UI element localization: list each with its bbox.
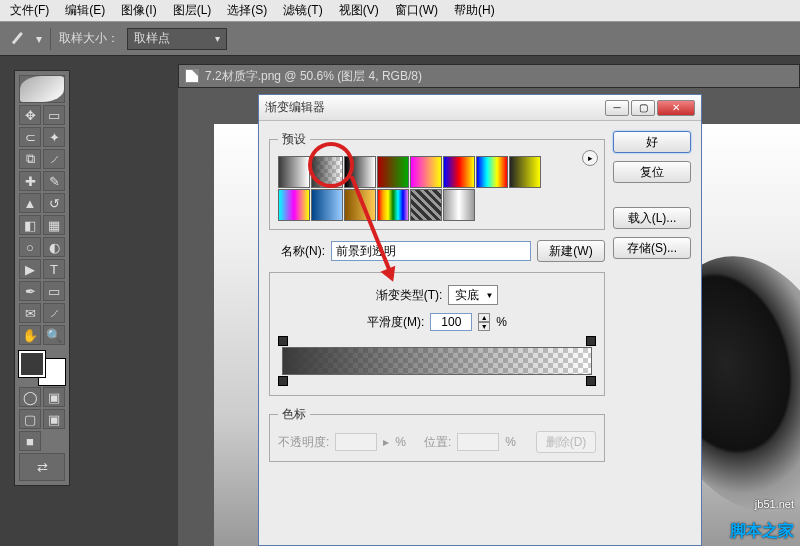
save-button[interactable]: 存储(S)... <box>613 237 691 259</box>
preset-swatch[interactable] <box>410 189 442 221</box>
type-label: 渐变类型(T): <box>376 287 443 304</box>
stamp-tool[interactable]: ▲ <box>19 193 41 213</box>
marquee-tool[interactable]: ▭ <box>43 105 65 125</box>
preset-swatch[interactable] <box>443 156 475 188</box>
shape-tool[interactable]: ▭ <box>43 281 65 301</box>
preset-swatch[interactable] <box>344 156 376 188</box>
name-input[interactable]: 前景到透明 <box>331 241 531 261</box>
preset-swatch[interactable] <box>344 189 376 221</box>
stops-group: 色标 不透明度: ▸ % 位置: % 删除(D) <box>269 406 605 462</box>
path-select-tool[interactable]: ▶ <box>19 259 41 279</box>
preset-swatch[interactable] <box>443 189 475 221</box>
menu-window[interactable]: 窗口(W) <box>387 0 446 21</box>
quickmask-toggle[interactable]: ◯ <box>19 387 41 407</box>
preset-swatch[interactable] <box>509 156 541 188</box>
maximize-button[interactable]: ▢ <box>631 100 655 116</box>
watermark-url: jb51.net <box>755 498 794 510</box>
smooth-input[interactable]: 100 <box>430 313 472 331</box>
preset-swatch[interactable] <box>377 189 409 221</box>
options-bar: ▾ 取样大小： 取样点 <box>0 22 800 56</box>
smooth-label: 平滑度(M): <box>367 314 424 331</box>
color-swatch[interactable] <box>19 351 65 385</box>
toolbox: ✥ ▭ ⊂ ✦ ⧉ ⟋ ✚ ✎ ▲ ↺ ◧ ▦ ○ ◐ ▶ T ✒ ▭ ✉ ⟋ … <box>14 70 70 486</box>
reset-button[interactable]: 复位 <box>613 161 691 183</box>
gradient-bar[interactable] <box>282 347 592 375</box>
menu-bar: 文件(F) 编辑(E) 图像(I) 图层(L) 选择(S) 滤镜(T) 视图(V… <box>0 0 800 22</box>
screenmode-toggle[interactable]: ▣ <box>43 387 65 407</box>
menu-edit[interactable]: 编辑(E) <box>57 0 113 21</box>
gradient-editor-dialog: 渐变编辑器 ─ ▢ ✕ 预设 ▸ <box>258 94 702 546</box>
notes-tool[interactable]: ✉ <box>19 303 41 323</box>
hand-tool[interactable]: ✋ <box>19 325 41 345</box>
ok-button[interactable]: 好 <box>613 131 691 153</box>
eraser-tool[interactable]: ◧ <box>19 215 41 235</box>
preset-swatch[interactable] <box>476 156 508 188</box>
preset-swatch[interactable] <box>410 156 442 188</box>
move-tool[interactable]: ✥ <box>19 105 41 125</box>
preset-swatch[interactable] <box>311 189 343 221</box>
document-title: 7.2材质字.png @ 50.6% (图层 4, RGB/8) <box>205 68 422 85</box>
minimize-button[interactable]: ─ <box>605 100 629 116</box>
eyedropper-icon[interactable] <box>8 29 28 49</box>
blur-tool[interactable]: ○ <box>19 237 41 257</box>
percent-label: % <box>496 315 507 329</box>
close-button[interactable]: ✕ <box>657 100 695 116</box>
dodge-tool[interactable]: ◐ <box>43 237 65 257</box>
load-button[interactable]: 载入(L)... <box>613 207 691 229</box>
eyedropper-tool[interactable]: ⟋ <box>43 303 65 323</box>
feather-logo <box>19 75 65 103</box>
lasso-tool[interactable]: ⊂ <box>19 127 41 147</box>
zoom-tool[interactable]: 🔍 <box>43 325 65 345</box>
presets-group: 预设 ▸ <box>269 131 605 230</box>
menu-file[interactable]: 文件(F) <box>2 0 57 21</box>
slice-tool[interactable]: ⟋ <box>43 149 65 169</box>
pen-tool[interactable]: ✒ <box>19 281 41 301</box>
preset-swatch[interactable] <box>278 189 310 221</box>
jump-to-imageready[interactable]: ⇄ <box>19 453 65 481</box>
presets-menu-button[interactable]: ▸ <box>582 150 598 166</box>
preset-swatch[interactable] <box>377 156 409 188</box>
menu-filter[interactable]: 滤镜(T) <box>275 0 330 21</box>
menu-help[interactable]: 帮助(H) <box>446 0 503 21</box>
stops-legend: 色标 <box>278 406 310 423</box>
opacity-input <box>335 433 377 451</box>
delete-button: 删除(D) <box>536 431 596 453</box>
sample-size-combo[interactable]: 取样点 <box>127 28 227 50</box>
menu-view[interactable]: 视图(V) <box>331 0 387 21</box>
opacity-stop-right[interactable] <box>586 336 596 346</box>
screen-std[interactable]: ▢ <box>19 409 41 429</box>
preset-swatch[interactable] <box>278 156 310 188</box>
preset-swatch[interactable] <box>311 156 343 188</box>
watermark-text: 脚本之家 <box>730 521 794 542</box>
type-select[interactable]: 实底 <box>448 285 498 305</box>
smooth-stepper[interactable]: ▲▼ <box>478 313 490 331</box>
heal-tool[interactable]: ✚ <box>19 171 41 191</box>
menu-layer[interactable]: 图层(L) <box>165 0 220 21</box>
presets-legend: 预设 <box>278 131 310 148</box>
opacity-label: 不透明度: <box>278 434 329 451</box>
color-stop-left[interactable] <box>278 376 288 386</box>
screen-full[interactable]: ▣ <box>43 409 65 429</box>
gradient-tool[interactable]: ▦ <box>43 215 65 235</box>
dialog-titlebar[interactable]: 渐变编辑器 ─ ▢ ✕ <box>259 95 701 121</box>
new-button[interactable]: 新建(W) <box>537 240 605 262</box>
document-titlebar: 7.2材质字.png @ 50.6% (图层 4, RGB/8) <box>178 64 800 88</box>
opacity-stop-left[interactable] <box>278 336 288 346</box>
crop-tool[interactable]: ⧉ <box>19 149 41 169</box>
name-label: 名称(N): <box>269 243 325 260</box>
gradient-settings: 渐变类型(T): 实底 平滑度(M): 100 ▲▼ % <box>269 272 605 396</box>
screen-max[interactable]: ■ <box>19 431 41 451</box>
position-label: 位置: <box>424 434 451 451</box>
position-input <box>457 433 499 451</box>
sample-size-label: 取样大小： <box>59 30 119 47</box>
wand-tool[interactable]: ✦ <box>43 127 65 147</box>
document-icon <box>185 69 199 83</box>
menu-select[interactable]: 选择(S) <box>219 0 275 21</box>
dialog-title: 渐变编辑器 <box>265 99 325 116</box>
menu-image[interactable]: 图像(I) <box>113 0 164 21</box>
history-brush-tool[interactable]: ↺ <box>43 193 65 213</box>
type-tool[interactable]: T <box>43 259 65 279</box>
color-stop-right[interactable] <box>586 376 596 386</box>
brush-tool[interactable]: ✎ <box>43 171 65 191</box>
